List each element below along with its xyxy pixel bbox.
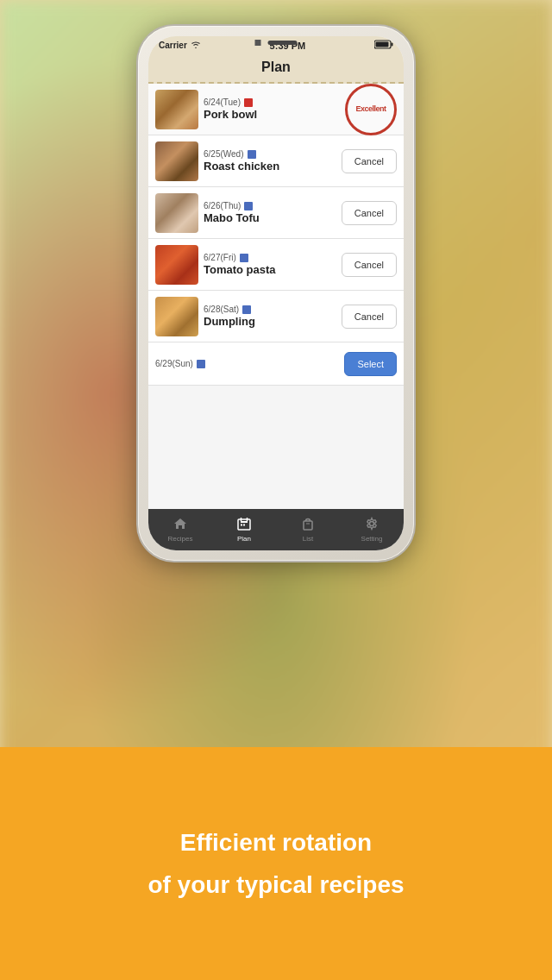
cancel-button-3[interactable]: Cancel bbox=[342, 253, 397, 277]
cancel-button-4[interactable]: Cancel bbox=[342, 305, 397, 329]
meal-row-5: 6/29(Sun) Select bbox=[148, 342, 404, 386]
meal-row-4: 6/28(Sat) Dumpling Cancel bbox=[148, 291, 404, 342]
date-indicator-3 bbox=[240, 254, 248, 262]
meal-info-1: 6/25(Wed) Roast chicken bbox=[204, 149, 336, 173]
wifi-icon bbox=[191, 41, 201, 50]
date-indicator-5 bbox=[197, 360, 205, 368]
meal-row-2: 6/26(Thu) Mabo Tofu Cancel bbox=[148, 187, 404, 239]
meal-name-4: Dumpling bbox=[204, 315, 336, 328]
meal-date-2: 6/26(Thu) bbox=[204, 201, 241, 210]
date-indicator-0 bbox=[244, 98, 253, 107]
banner-line1: Efficient rotation bbox=[180, 826, 372, 859]
status-right bbox=[374, 40, 393, 51]
phone-screen: Carrier 5:39 PM bbox=[148, 36, 404, 550]
meal-date-1: 6/25(Wed) bbox=[204, 149, 244, 159]
meal-info-4: 6/28(Sat) Dumpling bbox=[204, 305, 336, 328]
app-header: Plan bbox=[148, 54, 404, 84]
excellent-stamp: Excellent bbox=[343, 84, 398, 137]
meal-date-0: 6/24(Tue) bbox=[204, 97, 241, 107]
status-left: Carrier bbox=[159, 41, 201, 50]
meal-date-4: 6/28(Sat) bbox=[204, 305, 239, 314]
tab-list-label: List bbox=[303, 535, 313, 543]
home-icon bbox=[173, 517, 187, 534]
meal-name-2: Mabo Tofu bbox=[204, 211, 336, 224]
meal-date-5: 6/29(Sun) bbox=[155, 359, 193, 368]
food-thumb-2 bbox=[155, 193, 198, 233]
page-title: Plan bbox=[261, 60, 291, 74]
phone-frame: Carrier 5:39 PM bbox=[138, 26, 414, 561]
svg-rect-5 bbox=[241, 525, 242, 526]
meal-row-1: 6/25(Wed) Roast chicken Cancel bbox=[148, 135, 404, 187]
meal-info-3: 6/27(Fri) Tomato pasta bbox=[204, 253, 336, 276]
meal-row-0: 6/24(Tue) Pork bowl Excellent bbox=[148, 84, 404, 135]
bottom-banner: Efficient rotation of your typical recip… bbox=[0, 747, 552, 980]
tab-recipes[interactable]: Recipes bbox=[148, 509, 212, 550]
gear-icon bbox=[365, 517, 379, 534]
tab-plan-label: Plan bbox=[237, 535, 251, 543]
tab-recipes-label: Recipes bbox=[168, 535, 193, 543]
meal-info-2: 6/26(Thu) Mabo Tofu bbox=[204, 201, 336, 224]
meal-row-3: 6/27(Fri) Tomato pasta Cancel bbox=[148, 239, 404, 291]
meal-date-3: 6/27(Fri) bbox=[204, 253, 236, 262]
meal-name-1: Roast chicken bbox=[204, 160, 336, 173]
food-thumb-0 bbox=[155, 90, 198, 129]
carrier-label: Carrier bbox=[159, 41, 187, 50]
tab-setting-label: Setting bbox=[361, 535, 383, 543]
cancel-button-1[interactable]: Cancel bbox=[342, 149, 397, 173]
food-thumb-3 bbox=[155, 245, 198, 285]
meal-info-5: 6/29(Sun) bbox=[155, 359, 339, 368]
date-indicator-4 bbox=[242, 305, 251, 314]
tab-list[interactable]: List bbox=[276, 509, 340, 550]
tab-bar: Recipes Plan bbox=[148, 509, 404, 550]
banner-line2: of your typical recipes bbox=[147, 868, 404, 901]
tab-setting[interactable]: Setting bbox=[340, 509, 404, 550]
front-camera bbox=[255, 40, 261, 46]
calendar-icon bbox=[237, 517, 251, 534]
date-indicator-1 bbox=[248, 150, 256, 159]
svg-rect-1 bbox=[391, 43, 392, 47]
food-thumb-4 bbox=[155, 297, 198, 336]
cancel-button-2[interactable]: Cancel bbox=[342, 201, 397, 225]
battery-icon bbox=[374, 40, 393, 51]
bag-icon bbox=[301, 517, 315, 534]
stamp-text: Excellent bbox=[355, 105, 386, 114]
select-button-5[interactable]: Select bbox=[344, 352, 397, 376]
tab-plan[interactable]: Plan bbox=[212, 509, 276, 550]
meal-name-3: Tomato pasta bbox=[204, 263, 336, 276]
meal-list[interactable]: 6/24(Tue) Pork bowl Excellent 6/2 bbox=[148, 84, 404, 509]
date-indicator-2 bbox=[244, 202, 253, 210]
svg-rect-4 bbox=[241, 521, 248, 523]
svg-rect-9 bbox=[304, 521, 312, 530]
svg-rect-6 bbox=[243, 525, 245, 526]
svg-rect-2 bbox=[375, 42, 388, 47]
food-thumb-1 bbox=[155, 141, 198, 181]
svg-point-11 bbox=[370, 522, 374, 526]
speaker-grill bbox=[268, 41, 298, 45]
